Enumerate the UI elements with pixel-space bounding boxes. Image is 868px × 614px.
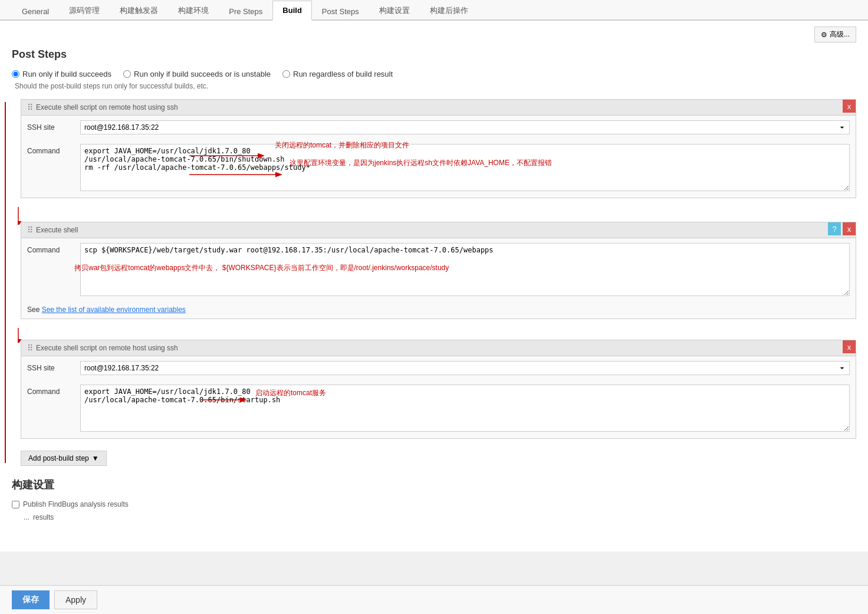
radio-succeeds-input[interactable] [12, 70, 19, 78]
ssh-site-input-area-1: root@192.168.17.35:22 [80, 120, 850, 134]
post-steps-title: Post Steps [12, 48, 856, 61]
execute-shell-header: ⠿ Execute shell [21, 222, 856, 238]
radio-note: Should the post-build steps run only for… [15, 82, 856, 90]
settings-icon: ⚙ [821, 31, 827, 39]
advanced-label: 高级... [830, 29, 850, 40]
tab-build-env[interactable]: 构建环境 [168, 0, 219, 21]
advanced-row: ⚙ 高级... [12, 27, 856, 42]
help-shell-button[interactable]: ? [828, 222, 841, 235]
radio-group: Run only if build succeeds Run only if b… [12, 70, 856, 78]
findbugs-label: Publish FindBugs analysis results [23, 500, 129, 508]
close-ssh-1-button[interactable]: x [843, 100, 856, 113]
env-link-row: See See the list of available environmen… [27, 306, 850, 314]
main-content: ⚙ 高级... Post Steps Run only if build suc… [0, 21, 868, 551]
command-input-area-1: export JAVA_HOME=/usr/local/jdk1.7.0_80 … [80, 144, 850, 193]
command-row-1: Command export JAVA_HOME=/usr/local/jdk1… [21, 139, 856, 198]
results-label: results [33, 513, 54, 521]
tab-build-trigger[interactable]: 构建触发器 [110, 0, 168, 21]
close-ssh-2-button[interactable]: x [843, 340, 856, 353]
advanced-button[interactable]: ⚙ 高级... [814, 27, 856, 42]
radio-unstable-label: Run only if build succeeds or is unstabl… [134, 70, 271, 78]
tab-source[interactable]: 源码管理 [59, 0, 110, 21]
command-textarea-ssh-2[interactable]: export JAVA_HOME=/usr/local/jdk1.7.0_80 … [80, 385, 850, 432]
results-checkbox-row: ... results [24, 511, 856, 524]
tab-pre-steps[interactable]: Pre Steps [219, 2, 272, 21]
tab-general[interactable]: General [12, 2, 59, 21]
arrow-connector-2 [21, 331, 856, 340]
command-row-ssh-2: Command export JAVA_HOME=/usr/local/jdk1… [21, 380, 856, 438]
command-label-shell: Command [27, 243, 74, 254]
env-link-anchor[interactable]: See the list of available environment va… [42, 306, 186, 314]
execute-ssh-1-title: Execute shell script on remote host usin… [36, 103, 178, 111]
red-vertical-line-1 [5, 102, 6, 463]
execute-shell-title: Execute shell [36, 226, 78, 234]
tab-post-steps[interactable]: Post Steps [312, 2, 369, 21]
top-nav: General 源码管理 构建触发器 构建环境 Pre Steps Build … [0, 0, 868, 21]
execute-ssh-box-2: ⠿ Execute shell script on remote host us… [21, 340, 856, 439]
close-shell-button[interactable]: x [843, 222, 856, 235]
radio-build-succeeds[interactable]: Run only if build succeeds [12, 70, 111, 78]
radio-regardless-label: Run regardless of build result [293, 70, 393, 78]
radio-regardless-input[interactable] [282, 70, 290, 78]
command-textarea-1[interactable]: export JAVA_HOME=/usr/local/jdk1.7.0_80 … [80, 144, 850, 191]
build-settings-title: 构建设置 [12, 478, 856, 492]
command-input-area-shell: scp ${WORKSPACE}/web/target/study.war ro… [80, 243, 850, 298]
ssh-site-select-1[interactable]: root@192.168.17.35:22 [80, 120, 850, 134]
radio-build-unstable[interactable]: Run only if build succeeds or is unstabl… [123, 70, 271, 78]
radio-unstable-input[interactable] [123, 70, 131, 78]
execute-ssh-2-header: ⠿ Execute shell script on remote host us… [21, 340, 856, 356]
execute-ssh-1-header: ⠿ Execute shell script on remote host us… [21, 100, 856, 116]
command-textarea-shell[interactable]: scp ${WORKSPACE}/web/target/study.war ro… [80, 243, 850, 296]
ssh-site-row-2: SSH site root@192.168.17.35:22 [21, 356, 856, 380]
add-step-label: Add post-build step [28, 454, 89, 462]
command-row-shell: Command scp ${WORKSPACE}/web/target/stud… [21, 238, 856, 303]
tab-build[interactable]: Build [272, 1, 312, 21]
tab-build-settings[interactable]: 构建设置 [369, 0, 420, 21]
ssh-site-label-2: SSH site [27, 361, 74, 372]
add-post-build-step-button[interactable]: Add post-build step ▼ [21, 451, 107, 466]
ssh-site-row-1: SSH site root@192.168.17.35:22 [21, 116, 856, 139]
drag-icon-3: ⠿ [27, 343, 33, 353]
ssh-site-select-2[interactable]: root@192.168.17.35:22 [80, 361, 850, 375]
build-settings-section: 构建设置 Publish FindBugs analysis results .… [12, 478, 856, 524]
ssh-site-input-area-2: root@192.168.17.35:22 [80, 361, 850, 375]
findbugs-checkbox-row: Publish FindBugs analysis results [12, 498, 856, 511]
drag-icon-2: ⠿ [27, 225, 33, 235]
env-link-pre: See [27, 306, 42, 314]
command-input-area-ssh-2: export JAVA_HOME=/usr/local/jdk1.7.0_80 … [80, 385, 850, 434]
radio-build-regardless[interactable]: Run regardless of build result [282, 70, 393, 78]
tab-post-actions[interactable]: 构建后操作 [420, 0, 478, 21]
command-label-ssh-2: Command [27, 385, 74, 396]
results-label-prefix: ... [24, 513, 29, 521]
execute-shell-box: ⠿ Execute shell x ? Command scp ${WORKSP… [21, 222, 856, 319]
command-label-1: Command [27, 144, 74, 155]
execute-ssh-2-title: Execute shell script on remote host usin… [36, 344, 178, 352]
execute-ssh-box-1: ⠿ Execute shell script on remote host us… [21, 99, 856, 198]
dropdown-arrow-icon: ▼ [92, 454, 99, 462]
arrow-connector-1 [21, 210, 856, 222]
findbugs-checkbox[interactable] [12, 501, 19, 508]
ssh-site-label-1: SSH site [27, 120, 74, 132]
drag-icon-1: ⠿ [27, 103, 33, 112]
radio-succeeds-label: Run only if build succeeds [22, 70, 111, 78]
